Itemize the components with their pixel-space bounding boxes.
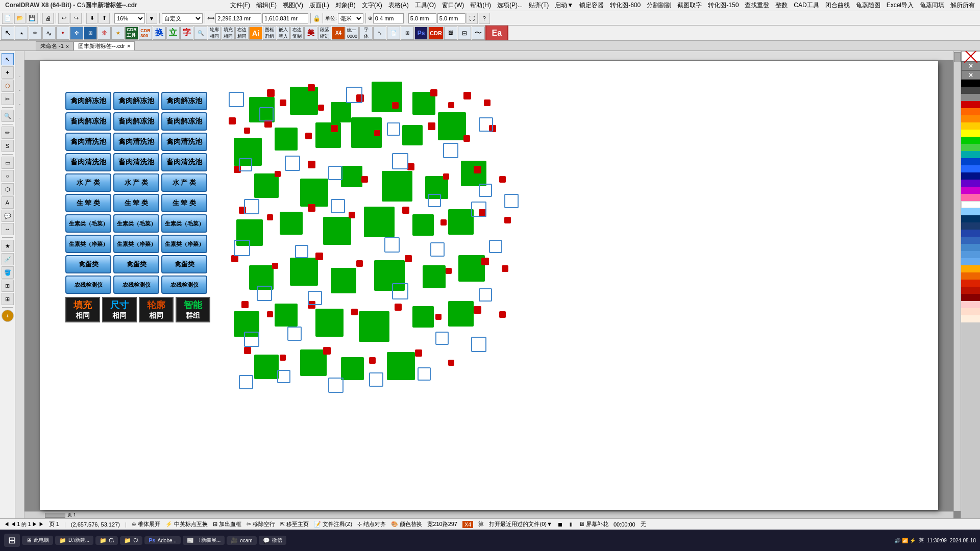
color-swatch-darkblue[interactable] bbox=[961, 222, 980, 230]
menu-segment[interactable]: 分割割割 bbox=[644, 1, 674, 10]
tool-ps[interactable]: Ps bbox=[414, 27, 428, 40]
menu-layout[interactable]: 版面(L) bbox=[306, 1, 332, 10]
unit-select[interactable]: 毫米 bbox=[338, 13, 363, 23]
tool-arrow[interactable]: ↖ bbox=[1, 27, 14, 40]
color-swatch-red[interactable] bbox=[961, 101, 980, 108]
tool-300[interactable]: CDR300 bbox=[139, 27, 152, 40]
label-7-3[interactable]: 生素类（毛菜） bbox=[161, 214, 207, 233]
help-btn[interactable]: ? bbox=[479, 13, 490, 24]
color-swatch-peach[interactable] bbox=[961, 315, 980, 322]
menu-options[interactable]: 选项(P)... bbox=[494, 1, 526, 10]
label-8-3[interactable]: 生素类（净菜） bbox=[161, 235, 207, 253]
label-5-3[interactable]: 水 产 类 bbox=[161, 173, 207, 192]
preset-select[interactable]: 自定义 bbox=[162, 13, 203, 23]
tool-ea[interactable]: Ea bbox=[485, 26, 508, 41]
tool-dimension[interactable]: ↔ bbox=[2, 223, 14, 235]
label-10-3[interactable]: 农残检测仪 bbox=[161, 276, 207, 294]
tool-unified[interactable]: 统一0000 bbox=[346, 27, 359, 40]
label-3-2[interactable]: 禽肉清洗池 bbox=[113, 133, 159, 151]
color-swatch-blue2[interactable] bbox=[961, 165, 980, 172]
menu-text[interactable]: 文字(X) bbox=[359, 1, 385, 10]
menu-view[interactable]: 视图(V) bbox=[280, 1, 306, 10]
color-swatch-blue[interactable] bbox=[961, 158, 980, 165]
label-9-2[interactable]: 禽蛋类 bbox=[113, 255, 159, 273]
tool-search[interactable]: 🔍 bbox=[194, 27, 207, 40]
status-tool-1[interactable]: ⊙ 椎体展开 bbox=[132, 520, 160, 528]
tool-curve[interactable]: 〜 bbox=[472, 27, 485, 40]
special-smart[interactable]: 智能 群组 bbox=[176, 297, 210, 322]
tool-flower[interactable]: ❋ bbox=[97, 27, 111, 40]
color-swatch-lightgreen[interactable] bbox=[961, 144, 980, 151]
special-outline[interactable]: 轮廓 相同 bbox=[139, 297, 174, 322]
vertical-scrollbar[interactable] bbox=[953, 51, 961, 511]
import-button[interactable]: ⬇ bbox=[86, 13, 97, 24]
color-swatch-darkorange[interactable] bbox=[961, 272, 980, 280]
taskbar-ca2[interactable]: 📁 C\ bbox=[120, 536, 142, 545]
print-button[interactable]: 🖨 bbox=[42, 13, 54, 24]
menu-window[interactable]: 窗口(W) bbox=[439, 1, 467, 10]
label-4-1[interactable]: 畜肉清洗池 bbox=[65, 153, 111, 171]
menu-turtle[interactable]: 龟蒸随图 bbox=[853, 1, 884, 10]
tool-字[interactable]: 字 bbox=[180, 27, 193, 40]
taskbar-ocam[interactable]: 🎥 ocam bbox=[227, 536, 256, 545]
tool-align[interactable]: ⊞ bbox=[401, 27, 414, 40]
menu-excel[interactable]: Excel导入 bbox=[884, 1, 917, 10]
label-7-2[interactable]: 生素类（毛菜） bbox=[113, 214, 159, 233]
hscroll-thumb[interactable] bbox=[45, 513, 65, 518]
tool-eyedrop[interactable]: 💉 bbox=[2, 253, 14, 265]
label-8-2[interactable]: 生素类（净菜） bbox=[113, 235, 159, 253]
redo-button[interactable]: ↪ bbox=[70, 13, 82, 24]
color-swatch-firebrick[interactable] bbox=[961, 287, 980, 294]
menu-integer[interactable]: 整数 bbox=[772, 1, 791, 10]
tool-special1[interactable]: ✤ bbox=[70, 27, 83, 40]
color-swatch-green[interactable] bbox=[961, 137, 980, 144]
tool-freehand[interactable]: ✏ bbox=[29, 27, 42, 40]
horizontal-scrollbar[interactable]: 页 1 bbox=[24, 511, 953, 518]
label-2-3[interactable]: 畜肉解冻池 bbox=[161, 112, 207, 131]
status-stop[interactable]: ⏹ bbox=[557, 521, 563, 528]
status-screen[interactable]: 🖥 屏幕补花 bbox=[579, 520, 608, 528]
start-button[interactable]: ⊞ bbox=[4, 534, 20, 547]
color-swatch-purple[interactable] bbox=[961, 180, 980, 187]
tool-resize[interactable]: ⤡ bbox=[373, 27, 386, 40]
tool-freehand-t[interactable]: ✏ bbox=[2, 127, 14, 139]
menu-transform2[interactable]: 转化图-150 bbox=[705, 1, 742, 10]
menu-edit[interactable]: 编辑(E) bbox=[253, 1, 280, 10]
color-swatch-magenta[interactable] bbox=[961, 187, 980, 194]
export-button[interactable]: ⬆ bbox=[99, 13, 110, 24]
tool-ellipse[interactable]: ○ bbox=[2, 170, 14, 182]
color-swatch-cornflower[interactable] bbox=[961, 251, 980, 258]
menu-lock[interactable]: 锁定容器 bbox=[576, 1, 607, 10]
color-swatch-skyblue[interactable] bbox=[961, 244, 980, 251]
tool-group[interactable]: 图框群组 bbox=[263, 27, 276, 40]
tool-crop[interactable]: ✂ bbox=[2, 93, 14, 105]
label-4-3[interactable]: 畜肉清洗池 bbox=[161, 153, 207, 171]
menu-table[interactable]: 表格(A) bbox=[385, 1, 412, 10]
color-swatch-lightpink[interactable] bbox=[961, 301, 980, 308]
tool-special2[interactable]: ⊞ bbox=[84, 27, 97, 40]
tab-close-main[interactable]: × bbox=[127, 43, 130, 49]
label-6-2[interactable]: 生 荤 类 bbox=[113, 194, 159, 212]
taskbar-ca1[interactable]: 📁 C\ bbox=[95, 536, 118, 545]
label-6-3[interactable]: 生 荤 类 bbox=[161, 194, 207, 212]
vscroll-thumb[interactable] bbox=[954, 52, 961, 62]
menu-find[interactable]: 查找重登 bbox=[742, 1, 772, 10]
label-4-2[interactable]: 畜肉清洗池 bbox=[113, 153, 159, 171]
menu-turtle2[interactable]: 龟蒸同填 bbox=[917, 1, 947, 10]
label-1-3[interactable]: 禽肉解冻池 bbox=[161, 92, 207, 110]
new-button[interactable]: 📄 bbox=[2, 13, 13, 24]
label-9-1[interactable]: 禽蛋类 bbox=[65, 255, 111, 273]
tool-placeholder[interactable]: 字体 bbox=[359, 27, 373, 40]
label-2-2[interactable]: 畜肉解冻池 bbox=[113, 112, 159, 131]
taskbar-news[interactable]: 📰 〔新疆展... bbox=[183, 536, 225, 545]
label-1-2[interactable]: 禽肉解冻池 bbox=[113, 92, 159, 110]
menu-cad[interactable]: CAD工具 bbox=[791, 1, 822, 10]
tool-smart-fill[interactable]: ⊞ bbox=[2, 280, 14, 292]
status-recent[interactable]: 打开最近用过的文件(0)▼ bbox=[489, 520, 552, 528]
tool-indent[interactable]: 段落缩进 bbox=[318, 27, 331, 40]
tool-contour[interactable]: 轮廓相同 bbox=[208, 27, 221, 40]
tool-cdr2[interactable]: CDR bbox=[428, 27, 444, 40]
menu-file[interactable]: 文件(F) bbox=[227, 1, 253, 10]
taskbar-this-pc[interactable]: 🖥 此电脑 bbox=[22, 536, 53, 545]
tab-untitled[interactable]: 未命名 -1 × bbox=[36, 41, 74, 51]
